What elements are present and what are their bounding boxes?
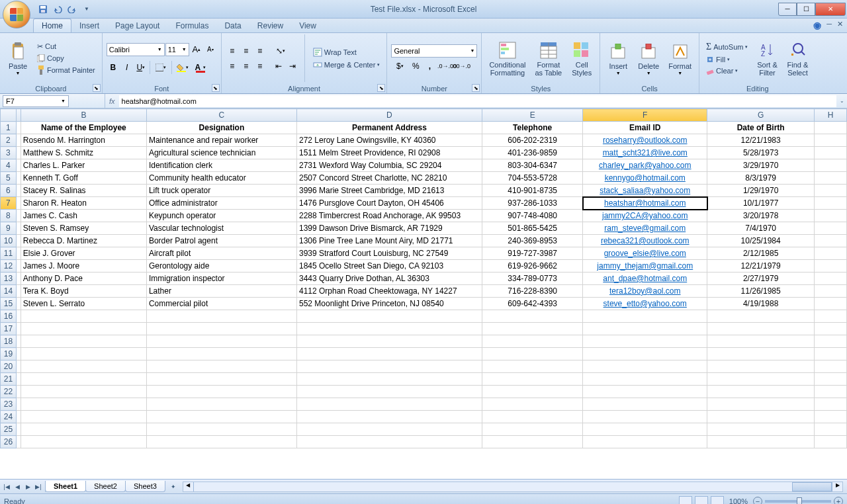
cell[interactable]: 1476 Pursglove Court Dayton, OH 45406 — [296, 197, 482, 210]
window-minimize[interactable]: ─ — [778, 3, 797, 16]
cell[interactable]: 272 Leroy Lane Owingsville, KY 40360 — [296, 134, 482, 147]
sheet-nav-next[interactable]: ▶ — [22, 482, 33, 492]
underline-button[interactable]: U▾ — [134, 61, 148, 74]
row-header-16[interactable]: 16 — [1, 310, 17, 323]
sort-filter-button[interactable]: AZSort & Filter — [753, 34, 781, 82]
cell-email[interactable]: charley_park@yahoo.com — [583, 159, 707, 172]
row-header-22[interactable]: 22 — [1, 386, 17, 398]
row-header-14[interactable]: 14 — [1, 285, 17, 298]
row-header-23[interactable]: 23 — [1, 398, 17, 411]
cell[interactable]: Anthony D. Pace — [21, 273, 146, 285]
cell[interactable]: 1306 Pine Tree Lane Mount Airy, MD 21771 — [296, 235, 482, 247]
decrease-decimal-icon[interactable]: .00→.0 — [454, 60, 467, 73]
qat-undo[interactable] — [52, 3, 64, 15]
cell[interactable]: 12/21/1983 — [707, 134, 815, 147]
header-cell[interactable]: Designation — [146, 122, 296, 134]
cell[interactable]: 606-202-2319 — [482, 134, 582, 147]
cell[interactable]: 3/20/1978 — [707, 210, 815, 222]
horizontal-scrollbar[interactable]: ◀ ▶ — [183, 482, 843, 492]
decrease-indent-icon[interactable]: ⇤ — [272, 60, 285, 73]
cell[interactable]: 12/21/1979 — [707, 260, 815, 273]
row-header-18[interactable]: 18 — [1, 335, 17, 348]
merge-center-button[interactable]: aMerge & Center▾ — [310, 59, 383, 71]
cell[interactable]: 5/28/1973 — [707, 147, 815, 159]
row-header-2[interactable]: 2 — [1, 134, 17, 147]
font-name-select[interactable]: Calibri▼ — [107, 43, 165, 56]
row-header-10[interactable]: 10 — [1, 235, 17, 247]
cell[interactable]: 401-236-9859 — [482, 147, 582, 159]
insert-cells-button[interactable]: Insert▼ — [604, 34, 632, 82]
sheet-nav-first[interactable]: |◀ — [1, 482, 12, 492]
cell-email[interactable]: jammy2CA@yahoo.com — [583, 210, 707, 222]
row-header-26[interactable]: 26 — [1, 436, 17, 448]
zoom-slider[interactable] — [765, 500, 831, 503]
row-header-11[interactable]: 11 — [1, 247, 17, 260]
row-header-8[interactable]: 8 — [1, 210, 17, 222]
cell[interactable]: 609-642-4393 — [482, 298, 582, 310]
cell-email[interactable]: stack_saliaa@yahoo.com — [583, 185, 707, 197]
row-header-15[interactable]: 15 — [1, 298, 17, 310]
autosum-button[interactable]: ΣAutoSum▾ — [703, 40, 750, 54]
cell[interactable]: Immigration inspector — [146, 273, 296, 285]
cell[interactable]: 3996 Marie Street Cambridge, MD 21613 — [296, 185, 482, 197]
header-cell[interactable]: Permanent Address — [296, 122, 482, 134]
row-header-4[interactable]: 4 — [1, 159, 17, 172]
header-cell[interactable]: Name of the Employee — [21, 122, 146, 134]
cell[interactable]: Tera K. Boyd — [21, 285, 146, 298]
row-header-1[interactable]: 1 — [1, 122, 17, 134]
currency-icon[interactable]: $▾ — [391, 60, 408, 73]
tab-home[interactable]: Home — [33, 19, 71, 32]
cell[interactable]: Community health educator — [146, 172, 296, 185]
cell[interactable]: James C. Cash — [21, 210, 146, 222]
increase-indent-icon[interactable]: ⇥ — [286, 60, 299, 73]
cell[interactable]: Rosendo M. Harrington — [21, 134, 146, 147]
cell[interactable]: Elsie J. Grover — [21, 247, 146, 260]
number-launcher[interactable]: ⬊ — [472, 84, 480, 92]
cell[interactable]: 1399 Dawson Drive Bismarck, AR 71929 — [296, 222, 482, 235]
cell[interactable]: Stacey R. Salinas — [21, 185, 146, 197]
tab-review[interactable]: Review — [249, 19, 291, 32]
cell-email[interactable]: tera12boy@aol.com — [583, 285, 707, 298]
col-header-C[interactable]: C — [146, 109, 296, 122]
cell[interactable]: 2507 Concord Street Charlotte, NC 28210 — [296, 172, 482, 185]
zoom-out-icon[interactable]: − — [753, 497, 762, 505]
cell[interactable]: Lather — [146, 285, 296, 298]
row-header-6[interactable]: 6 — [1, 185, 17, 197]
cell[interactable]: Charles L. Parker — [21, 159, 146, 172]
comma-icon[interactable]: , — [423, 60, 436, 73]
cell[interactable]: Steven L. Serrato — [21, 298, 146, 310]
cell[interactable]: 3/29/1970 — [707, 159, 815, 172]
formula-input[interactable] — [119, 95, 836, 107]
increase-font-icon[interactable]: A▴ — [190, 43, 203, 56]
col-header-B[interactable]: B — [21, 109, 146, 122]
cell-email[interactable]: matt_scht321@live.com — [583, 147, 707, 159]
align-middle-icon[interactable]: ≡ — [240, 44, 253, 58]
align-left-icon[interactable]: ≡ — [226, 60, 239, 73]
view-pagebreak-icon[interactable] — [711, 496, 724, 505]
office-button[interactable] — [3, 1, 30, 28]
conditional-formatting-button[interactable]: Conditional Formatting — [486, 34, 529, 82]
cell-styles-button[interactable]: Cell Styles — [568, 34, 596, 82]
cell[interactable]: 552 Moonlight Drive Princeton, NJ 08540 — [296, 298, 482, 310]
cell[interactable]: 919-727-3987 — [482, 247, 582, 260]
row-header-5[interactable]: 5 — [1, 172, 17, 185]
format-cells-button[interactable]: Format▼ — [665, 34, 695, 82]
format-painter-button[interactable]: Format Painter — [34, 64, 98, 76]
font-launcher[interactable]: ⬊ — [212, 84, 220, 92]
decrease-font-icon[interactable]: A▾ — [204, 43, 217, 56]
format-as-table-button[interactable]: Format as Table — [531, 34, 565, 82]
cell[interactable]: 7/4/1970 — [707, 222, 815, 235]
zoom-level[interactable]: 100% — [729, 497, 748, 505]
cell-email[interactable]: kennygo@hotmail.com — [583, 172, 707, 185]
align-top-icon[interactable]: ≡ — [226, 44, 239, 58]
bold-button[interactable]: B — [107, 61, 120, 74]
cell[interactable]: 2731 Wexford Way Columbia, SC 29204 — [296, 159, 482, 172]
number-format-select[interactable]: General▼ — [391, 44, 477, 58]
cell-email[interactable]: roseharry@outlook.com — [583, 134, 707, 147]
cell[interactable]: 1/29/1970 — [707, 185, 815, 197]
cell[interactable]: Vascular technologist — [146, 222, 296, 235]
cell[interactable]: 2/12/1985 — [707, 247, 815, 260]
align-right-icon[interactable]: ≡ — [253, 60, 267, 73]
row-header-17[interactable]: 17 — [1, 323, 17, 335]
col-header-G[interactable]: G — [707, 109, 815, 122]
